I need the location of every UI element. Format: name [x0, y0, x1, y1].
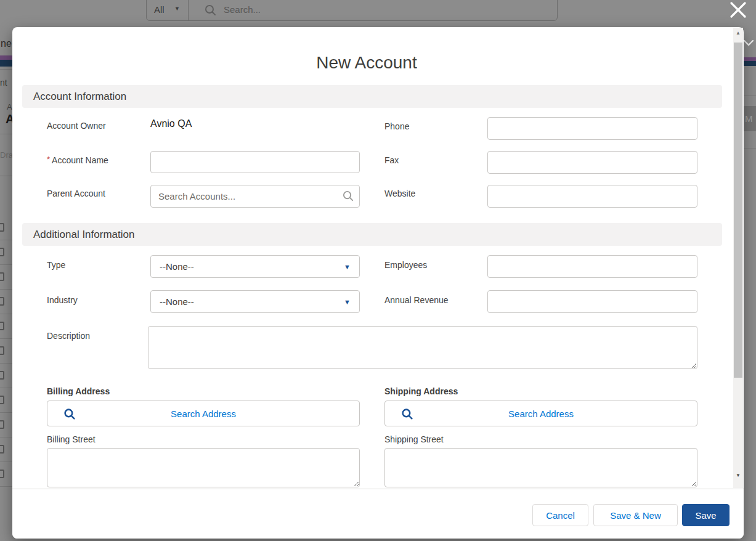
search-icon [343, 190, 354, 201]
industry-select-value: --None-- [160, 296, 194, 307]
scroll-down-icon[interactable]: ▼ [733, 473, 743, 478]
row-checkbox[interactable] [0, 371, 4, 380]
search-scope-divider [188, 0, 189, 20]
chevron-down-icon: ▼ [344, 298, 351, 306]
cancel-button[interactable]: Cancel [532, 504, 588, 526]
modal-footer: Cancel Save & New Save [12, 489, 744, 539]
table-row [0, 364, 12, 388]
table-row [0, 216, 12, 240]
background-table-rows [0, 216, 12, 487]
nav-tab-fragment: ne [1, 38, 12, 49]
brand-stripe-navy [742, 61, 756, 66]
shipping-search-address-button[interactable]: Search Address [384, 401, 697, 426]
global-search-input[interactable]: Search... [224, 4, 261, 15]
table-row [0, 437, 12, 462]
search-icon [205, 4, 216, 16]
type-select[interactable]: --None-- ▼ [150, 255, 360, 278]
description-label: Description [47, 331, 90, 341]
chevron-down-icon: ▼ [174, 6, 180, 12]
billing-street-field[interactable] [47, 448, 360, 487]
divider [0, 176, 12, 176]
shipping-street-label: Shipping Street [384, 434, 444, 444]
type-label: Type [47, 260, 65, 270]
scroll-up-icon[interactable]: ▲ [733, 30, 743, 36]
website-field[interactable] [487, 185, 697, 208]
modal-title: New Account [12, 53, 721, 73]
row-checkbox[interactable] [0, 223, 4, 232]
brand-stripe-purple [0, 55, 12, 60]
table-row [0, 339, 12, 364]
description-field[interactable] [148, 326, 697, 369]
industry-label: Industry [47, 295, 78, 305]
phone-field[interactable] [487, 117, 697, 140]
row-checkbox[interactable] [0, 248, 4, 256]
entity-label-fragment: A [7, 102, 12, 112]
brand-stripe-navy [0, 60, 12, 67]
scrollbar-thumb[interactable] [734, 43, 742, 378]
list-hint-fragment: Dra [0, 150, 13, 160]
chevron-down-icon: ▼ [344, 263, 351, 270]
parent-account-label: Parent Account [47, 189, 105, 198]
industry-select[interactable]: --None-- ▼ [150, 290, 360, 313]
shipping-street-field[interactable] [384, 448, 697, 487]
table-row [0, 413, 12, 437]
divider [742, 148, 756, 148]
annual-revenue-label: Annual Revenue [384, 295, 449, 305]
new-account-modal: New Account Account Information Account … [12, 27, 744, 539]
phone-label: Phone [384, 121, 409, 131]
account-name-label: *Account Name [47, 155, 108, 165]
table-row [0, 462, 12, 487]
employees-label: Employees [384, 260, 427, 270]
save-button[interactable]: Save [682, 504, 730, 526]
fax-field[interactable] [487, 151, 697, 174]
save-and-new-button[interactable]: Save & New [593, 504, 678, 526]
row-checkbox[interactable] [0, 420, 4, 429]
divider [742, 96, 756, 96]
account-name-field[interactable] [150, 151, 360, 173]
chevron-down-icon [743, 39, 754, 47]
search-scope-selector[interactable]: All [154, 4, 165, 15]
search-icon [63, 408, 76, 420]
website-label: Website [384, 189, 415, 198]
billing-address-heading: Billing Address [47, 386, 110, 396]
row-checkbox[interactable] [0, 396, 4, 404]
account-owner-value: Avnio QA [150, 118, 192, 129]
section-header-additional-information: Additional Information [22, 223, 722, 246]
divider [0, 69, 12, 70]
table-row [0, 240, 12, 265]
employees-field[interactable] [487, 255, 697, 278]
row-checkbox[interactable] [0, 272, 4, 281]
search-icon [401, 408, 413, 420]
row-checkbox[interactable] [0, 297, 4, 306]
parent-account-field[interactable] [150, 185, 360, 208]
billing-search-address-button[interactable]: Search Address [47, 401, 360, 426]
table-row [0, 314, 12, 339]
modal-scrollbar[interactable]: ▲ ▼ [733, 28, 743, 488]
table-row [0, 388, 12, 413]
row-checkbox[interactable] [0, 470, 4, 478]
parent-account-lookup [150, 185, 360, 208]
account-owner-label: Account Owner [47, 121, 106, 131]
billing-street-label: Billing Street [47, 434, 96, 444]
type-select-value: --None-- [160, 261, 194, 272]
shipping-address-heading: Shipping Address [384, 386, 458, 396]
required-asterisk: * [47, 155, 50, 164]
row-checkbox[interactable] [0, 322, 4, 330]
section-header-account-information: Account Information [22, 85, 722, 108]
divider [0, 134, 12, 134]
table-row [0, 265, 12, 290]
row-checkbox[interactable] [0, 445, 4, 454]
breadcrumb-fragment: nt [0, 78, 7, 87]
row-checkbox[interactable] [0, 346, 4, 355]
close-icon[interactable] [729, 1, 747, 18]
fax-label: Fax [384, 155, 399, 165]
annual-revenue-field[interactable] [487, 290, 697, 313]
background-button-fragment: M [742, 106, 756, 131]
table-row [0, 290, 12, 314]
